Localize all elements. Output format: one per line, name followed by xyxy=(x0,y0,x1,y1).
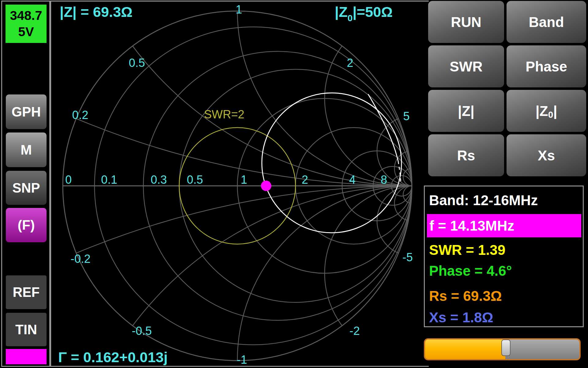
r-tick-label: 0.3 xyxy=(151,173,167,186)
slider-fill xyxy=(425,339,505,359)
frequency-mode-label: (F) xyxy=(17,217,35,233)
ref-button-label: REF xyxy=(13,285,40,300)
reference-impedance-readout: |Z0|=50Ω xyxy=(335,3,393,20)
xs-button[interactable]: Xs xyxy=(507,134,586,176)
z0-button-sub: 0 xyxy=(548,109,553,120)
battery-voltage: 5V xyxy=(6,24,47,40)
measurement-info-panel: Band: 12-16MHz f = 14.13MHz SWR = 1.39 P… xyxy=(424,186,584,327)
x-tick-label: -2 xyxy=(349,324,360,337)
run-button[interactable]: RUN xyxy=(428,1,504,43)
swr-value-text: SWR = 1.39 xyxy=(429,242,505,258)
run-button-label: RUN xyxy=(451,14,481,30)
r-tick-label: 0.5 xyxy=(187,173,203,186)
swr-button[interactable]: SWR xyxy=(428,45,504,87)
reflection-coefficient-readout: Γ = 0.162+0.013j xyxy=(58,349,168,366)
x-tick-label: 0.2 xyxy=(72,109,89,121)
r-tick-label: 8 xyxy=(381,173,387,186)
z-magnitude-button-label: |Z| xyxy=(458,103,474,119)
z0-button-post: | xyxy=(553,103,557,119)
x-tick-label: -0.5 xyxy=(132,324,152,337)
xs-button-label: Xs xyxy=(538,147,555,164)
x-tick-label: 0.5 xyxy=(129,56,145,69)
band-button[interactable]: Band xyxy=(507,1,586,43)
left-sidebar: 348.7 5V GPH M SNP (F) REF TIN xyxy=(1,1,50,367)
x-tick-label: 2 xyxy=(347,56,353,69)
x-tick-label: 5 xyxy=(403,110,409,123)
r-tick-label: 1 xyxy=(241,173,247,186)
swr2-circle-label: SWR=2 xyxy=(204,108,244,121)
smith-chart[interactable]: 0 0.1 0.3 0.5 1 2 4 8 1 0.5 0.2 2 5 -0.2… xyxy=(51,2,428,365)
gph-button-label: GPH xyxy=(12,104,41,120)
rs-button[interactable]: Rs xyxy=(428,134,504,176)
ref-button[interactable]: REF xyxy=(6,275,47,309)
r-tick-label: 2 xyxy=(302,173,308,186)
z0-readout-sub: 0 xyxy=(348,13,353,23)
snp-button-label: SNP xyxy=(12,180,40,196)
gph-button[interactable]: GPH xyxy=(6,94,47,129)
sweep-trace-circle xyxy=(262,93,401,233)
slider-thumb[interactable] xyxy=(501,339,511,356)
frequency-value-text: f = 14.13MHz xyxy=(429,217,514,234)
x-tick-label: -0.2 xyxy=(70,252,90,265)
x-tick-label: 1 xyxy=(236,3,242,16)
r-tick-label: 4 xyxy=(349,173,356,186)
z-magnitude-button[interactable]: |Z| xyxy=(428,90,504,132)
band-button-label: Band xyxy=(529,14,564,30)
snp-button[interactable]: SNP xyxy=(6,171,47,205)
band-range-text: Band: 12-16MHz xyxy=(429,192,538,209)
rs-button-label: Rs xyxy=(457,147,475,164)
battery-reading: 348.7 xyxy=(6,8,47,24)
phase-value-text: Phase = 4.6° xyxy=(429,263,512,279)
frequency-slider[interactable] xyxy=(424,338,581,360)
battery-status-badge: 348.7 5V xyxy=(6,5,47,43)
z0-button-pre: |Z xyxy=(536,103,548,119)
impedance-magnitude-readout: |Z| = 69.3Ω xyxy=(60,3,133,20)
xs-value-text: Xs = 1.8Ω xyxy=(429,309,493,326)
phase-button[interactable]: Phase xyxy=(507,45,586,87)
memory-button[interactable]: M xyxy=(6,132,47,167)
smith-chart-panel[interactable]: 0 0.1 0.3 0.5 1 2 4 8 1 0.5 0.2 2 5 -0.2… xyxy=(50,1,429,367)
rs-value-text: Rs = 69.3Ω xyxy=(429,288,502,304)
z0-readout-post: |=50Ω xyxy=(353,4,393,20)
frequency-mode-button[interactable]: (F) xyxy=(6,208,47,242)
r-tick-label: 0.1 xyxy=(101,173,117,186)
swr-button-label: SWR xyxy=(450,58,482,75)
marker-color-swatch xyxy=(6,349,47,364)
tin-button-label: TIN xyxy=(15,322,37,337)
frequency-highlight-bar[interactable]: f = 14.13MHz xyxy=(427,214,581,237)
tin-button[interactable]: TIN xyxy=(6,313,47,346)
x-tick-label: -5 xyxy=(402,251,413,264)
x-tick-label: -1 xyxy=(237,353,247,365)
z0-button[interactable]: |Z0| xyxy=(507,90,586,132)
z0-readout-pre: |Z xyxy=(335,4,348,20)
phase-button-label: Phase xyxy=(526,58,567,75)
memory-button-label: M xyxy=(21,142,32,158)
frequency-marker-dot[interactable] xyxy=(261,181,271,191)
r-tick-label: 0 xyxy=(65,173,72,186)
